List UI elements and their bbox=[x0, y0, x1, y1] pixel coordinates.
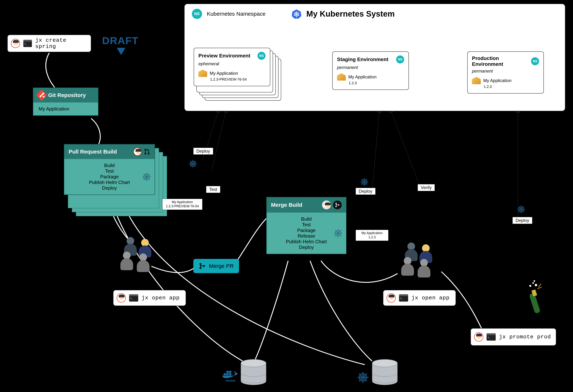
merge-build-card: Merge Build Build Test Package Release P… bbox=[266, 197, 346, 254]
preview-env-stack: Preview Environment NS ephemeral My Appl… bbox=[194, 48, 270, 86]
helm-icon bbox=[142, 172, 152, 182]
git-repo-header: Git Repository bbox=[33, 88, 98, 103]
merge-pr-action: Merge PR bbox=[193, 259, 239, 273]
preview-app-row: My Application bbox=[198, 70, 266, 77]
champagne-icon bbox=[523, 279, 545, 315]
helm-icon bbox=[333, 228, 343, 238]
svg-point-25 bbox=[203, 265, 205, 267]
package-icon bbox=[337, 73, 346, 81]
terminal-icon bbox=[399, 294, 408, 302]
mb-step: Publish Helm Chart bbox=[270, 239, 342, 245]
cmd-text: jx open app bbox=[142, 295, 180, 301]
ns-label: Kubernetes Namespace bbox=[207, 11, 266, 17]
git-repo-app: My Application bbox=[33, 103, 98, 115]
jenkins-icon bbox=[474, 332, 483, 341]
pr-step: Build bbox=[68, 163, 151, 168]
tag-verify: Verify bbox=[418, 184, 435, 191]
svg-text:HELM: HELM bbox=[359, 376, 367, 379]
terminal-icon bbox=[486, 333, 496, 340]
svg-rect-55 bbox=[229, 371, 232, 373]
pr-build-body: Build Test Package Publish Helm Chart De… bbox=[64, 159, 155, 195]
svg-point-24 bbox=[200, 267, 201, 269]
svg-point-8 bbox=[145, 149, 146, 150]
tag-deploy-prod: Deploy bbox=[512, 217, 532, 224]
ns-badge: NS bbox=[396, 55, 404, 63]
merge-icon bbox=[333, 200, 342, 209]
package-icon bbox=[198, 70, 207, 77]
preview-app-ver: 1.2.3-PREVIEW-76-54 bbox=[210, 77, 266, 82]
pr-step: Publish Helm Chart bbox=[68, 179, 151, 185]
merge-build-body: Build Test Package Release Publish Helm … bbox=[267, 213, 346, 254]
ns-badge: NS bbox=[531, 57, 539, 65]
jenkins-icon bbox=[322, 200, 331, 209]
svg-point-49 bbox=[535, 284, 537, 286]
people-group-2 bbox=[401, 243, 438, 275]
helm-icon: HELM bbox=[356, 370, 370, 385]
draft-arrow-icon bbox=[117, 48, 125, 55]
mb-step: Release bbox=[270, 233, 342, 239]
jenkins-icon bbox=[117, 293, 126, 303]
staging-env-kind: permanent bbox=[337, 65, 404, 70]
svg-rect-53 bbox=[229, 373, 232, 375]
cmd-promote-prod: jx promote prod bbox=[470, 328, 556, 346]
staging-app-ver: 1.2.3 bbox=[349, 81, 404, 85]
helm-icon: HELM bbox=[188, 159, 198, 169]
docker-icon: docker bbox=[221, 366, 241, 383]
prod-app-name: My Application bbox=[483, 78, 512, 83]
pr-step: Deploy bbox=[68, 185, 151, 191]
ns-badge: NS bbox=[192, 9, 202, 19]
jenkins-icon bbox=[387, 293, 396, 303]
merge-artifact-name: My Application bbox=[358, 231, 386, 235]
draft-logo: DRAFT bbox=[102, 35, 139, 47]
merge-artifact-ver: 1.2.3 bbox=[358, 235, 386, 239]
draft-text: DRAFT bbox=[102, 35, 139, 46]
preview-env-title: Preview Environment NS bbox=[198, 52, 266, 60]
prod-app-row: My Application bbox=[472, 77, 539, 84]
pr-build-card: Pull Request Build Build Test Package Pu… bbox=[64, 144, 155, 195]
svg-point-9 bbox=[145, 153, 146, 154]
prod-app-ver: 1.2.3 bbox=[484, 85, 539, 89]
svg-point-28 bbox=[338, 204, 339, 205]
cmd-open-app-1: jx open app bbox=[113, 290, 186, 306]
cmd-open-app-2: jx open app bbox=[383, 290, 456, 306]
helm-icon bbox=[516, 204, 526, 214]
svg-point-10 bbox=[148, 153, 149, 154]
pr-build-stack: Pull Request Build Build Test Package Pu… bbox=[64, 144, 155, 195]
merge-build-title: Merge Build bbox=[271, 202, 302, 208]
pr-step: Test bbox=[68, 168, 151, 174]
git-repo-block: Git Repository My Application bbox=[33, 88, 98, 116]
ns-badge: NS bbox=[257, 52, 266, 60]
staging-app-row: My Application bbox=[337, 73, 404, 81]
preview-env-card: Preview Environment NS ephemeral My Appl… bbox=[194, 48, 270, 86]
people-group bbox=[120, 237, 157, 270]
jenkins-icon bbox=[11, 39, 20, 48]
merge-icon bbox=[199, 263, 206, 269]
helm-chart-repo-db bbox=[372, 359, 397, 387]
svg-point-23 bbox=[200, 263, 201, 265]
tag-test: Test bbox=[206, 186, 220, 193]
docker-registry-db bbox=[241, 359, 266, 387]
pr-artifact-ver: 1.2.3-PREVIEW-76-54 bbox=[164, 204, 200, 208]
tag-deploy-staging: Deploy bbox=[356, 188, 376, 195]
mb-step: Deploy bbox=[270, 245, 342, 250]
staging-env-card: Staging Environment NS permanent My Appl… bbox=[332, 52, 409, 90]
pr-artifact: My Application 1.2.3-PREVIEW-76-54 bbox=[162, 199, 202, 210]
pr-step: Package bbox=[68, 174, 151, 179]
prod-env-kind: permanent bbox=[472, 69, 539, 74]
pull-request-icon bbox=[144, 148, 150, 155]
pr-build-title: Pull Request Build bbox=[69, 149, 117, 155]
package-icon bbox=[472, 77, 481, 84]
mb-step: Test bbox=[270, 222, 342, 228]
pr-artifact-name: My Application bbox=[164, 200, 200, 204]
svg-text:HELM: HELM bbox=[190, 163, 196, 165]
tag-deploy-preview: Deploy bbox=[193, 148, 213, 155]
svg-point-27 bbox=[336, 206, 337, 207]
diagram-canvas: jx create spring DRAFT NS Kubernetes Nam… bbox=[0, 0, 573, 392]
git-icon bbox=[36, 89, 47, 101]
prod-env-title: Production Environment NS bbox=[472, 55, 539, 67]
k8s-title: My Kubernetes System bbox=[306, 9, 395, 18]
svg-point-48 bbox=[532, 282, 534, 284]
svg-text:docker: docker bbox=[226, 379, 236, 382]
prod-env-card: Production Environment NS permanent My A… bbox=[467, 52, 544, 93]
terminal-icon bbox=[23, 40, 32, 47]
